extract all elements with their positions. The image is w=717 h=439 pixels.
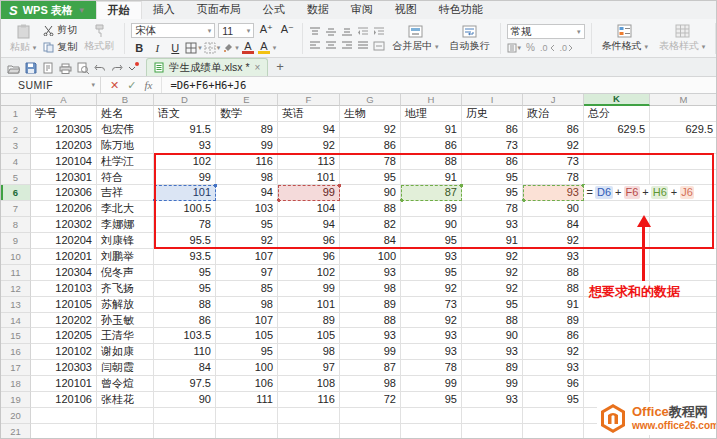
cell-G20[interactable]	[340, 408, 401, 424]
cell-A3[interactable]: 120203	[31, 138, 97, 154]
row-header-21[interactable]: 21	[1, 424, 31, 438]
column-header-A[interactable]: A	[31, 94, 97, 106]
print-icon[interactable]	[59, 63, 72, 74]
cell-G9[interactable]: 84	[340, 233, 401, 249]
cell-E3[interactable]: 99	[216, 138, 278, 154]
cell-A5[interactable]: 120301	[31, 170, 97, 186]
cell-F10[interactable]: 96	[278, 249, 340, 265]
cell-J14[interactable]: 89	[523, 313, 584, 329]
cell-A9[interactable]: 120204	[31, 233, 97, 249]
undo-icon[interactable]	[94, 63, 106, 73]
cell-E6[interactable]: 94	[216, 185, 278, 201]
paste-button[interactable]: 粘贴 ▾	[6, 22, 40, 56]
cell-A11[interactable]: 120304	[31, 265, 97, 281]
wps-logo[interactable]: S WPS 表格 ▼	[1, 1, 96, 19]
cell-H15[interactable]: 93	[401, 328, 462, 344]
cell-J13[interactable]: 91	[523, 297, 584, 313]
copy-button[interactable]: 复制	[43, 40, 77, 55]
cell-A2[interactable]: 120305	[31, 122, 97, 138]
cell-G3[interactable]: 86	[340, 138, 401, 154]
cell-A13[interactable]: 120105	[31, 297, 97, 313]
redo-icon[interactable]	[111, 63, 123, 73]
insert-function-icon[interactable]: fx	[144, 79, 152, 91]
cell-D8[interactable]: 78	[154, 217, 216, 233]
row-header-13[interactable]: 13	[1, 297, 31, 313]
cell-A6[interactable]: 120306	[31, 185, 97, 201]
cell-E1[interactable]: 数学	[216, 106, 278, 122]
row-header-1[interactable]: 1	[1, 106, 31, 122]
cell-H19[interactable]: 95	[401, 392, 462, 408]
cell-H10[interactable]: 93	[401, 249, 462, 265]
cell-E12[interactable]: 85	[216, 281, 278, 297]
cell-A18[interactable]: 120101	[31, 376, 97, 392]
cell-F3[interactable]: 92	[278, 138, 340, 154]
cell-H14[interactable]: 92	[401, 313, 462, 329]
cell-B2[interactable]: 包宏伟	[97, 122, 154, 138]
cell-H20[interactable]	[401, 408, 462, 424]
cell-M7[interactable]	[650, 201, 716, 217]
cell-A17[interactable]: 120303	[31, 360, 97, 376]
cell-A19[interactable]: 120106	[31, 392, 97, 408]
close-tab-icon[interactable]: ×	[255, 62, 261, 73]
cell-J7[interactable]: 90	[523, 201, 584, 217]
cell-J9[interactable]: 92	[523, 233, 584, 249]
cell-E7[interactable]: 103	[216, 201, 278, 217]
cell-F7[interactable]: 104	[278, 201, 340, 217]
cell-F6[interactable]: 99	[278, 185, 340, 201]
cell-D21[interactable]	[154, 424, 216, 438]
cell-B20[interactable]	[97, 408, 154, 424]
cell-J10[interactable]: 93	[523, 249, 584, 265]
cell-M8[interactable]	[650, 217, 716, 233]
cell-B21[interactable]	[97, 424, 154, 438]
tab-formulas[interactable]: 公式	[252, 1, 296, 19]
cell-I8[interactable]: 93	[462, 217, 523, 233]
cell-M5[interactable]	[650, 170, 716, 186]
cell-M4[interactable]	[650, 154, 716, 170]
cell-M17[interactable]	[650, 360, 716, 376]
cell-F20[interactable]	[278, 408, 340, 424]
cell-M15[interactable]	[650, 328, 716, 344]
cell-H11[interactable]: 95	[401, 265, 462, 281]
cell-D9[interactable]: 95.5	[154, 233, 216, 249]
cell-K3[interactable]	[584, 138, 650, 154]
row-header-2[interactable]: 2	[1, 122, 31, 138]
cell-A15[interactable]: 120205	[31, 328, 97, 344]
tab-view[interactable]: 视图	[384, 1, 428, 19]
cell-G8[interactable]: 82	[340, 217, 401, 233]
cell-I11[interactable]: 92	[462, 265, 523, 281]
cell-H8[interactable]: 90	[401, 217, 462, 233]
column-header-F[interactable]: F	[278, 94, 340, 106]
cell-F14[interactable]: 89	[278, 313, 340, 329]
cell-E15[interactable]: 105	[216, 328, 278, 344]
cell-D17[interactable]: 84	[154, 360, 216, 376]
cell-E11[interactable]: 97	[216, 265, 278, 281]
row-header-12[interactable]: 12	[1, 281, 31, 297]
cell-H3[interactable]: 86	[401, 138, 462, 154]
cell-E19[interactable]: 111	[216, 392, 278, 408]
font-color-button[interactable]: A	[241, 41, 255, 54]
name-box[interactable]: SUMIF ▾	[1, 77, 101, 93]
cell-B3[interactable]: 陈万地	[97, 138, 154, 154]
cell-G7[interactable]: 88	[340, 201, 401, 217]
cell-D14[interactable]: 86	[154, 313, 216, 329]
percent-button[interactable]: %	[526, 42, 535, 53]
cell-A21[interactable]	[31, 424, 97, 438]
tab-data[interactable]: 数据	[296, 1, 340, 19]
cell-F12[interactable]: 99	[278, 281, 340, 297]
cancel-formula-icon[interactable]: ✕	[110, 79, 119, 92]
row-header-8[interactable]: 8	[1, 217, 31, 233]
cell-F21[interactable]	[278, 424, 340, 438]
cell-F15[interactable]: 105	[278, 328, 340, 344]
row-header-18[interactable]: 18	[1, 376, 31, 392]
cell-J19[interactable]: 95	[523, 392, 584, 408]
row-header-16[interactable]: 16	[1, 344, 31, 360]
cell-F13[interactable]: 101	[278, 297, 340, 313]
cell-J15[interactable]: 86	[523, 328, 584, 344]
cell-K14[interactable]	[584, 313, 650, 329]
cell-E10[interactable]: 107	[216, 249, 278, 265]
cell-G6[interactable]: 90	[340, 185, 401, 201]
merge-center-button[interactable]: 合并居中 ▾	[388, 22, 442, 56]
cell-J20[interactable]	[523, 408, 584, 424]
cell-F16[interactable]: 98	[278, 344, 340, 360]
cell-G18[interactable]: 98	[340, 376, 401, 392]
